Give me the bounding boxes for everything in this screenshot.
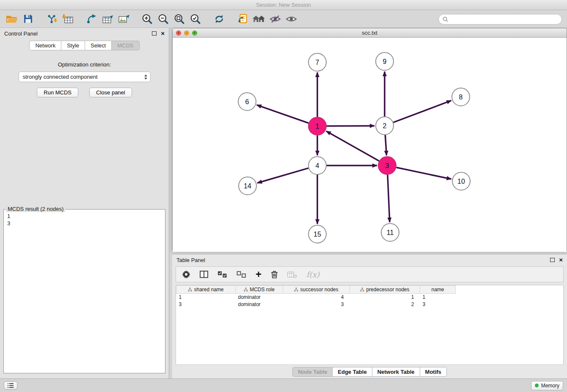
function-builder-button[interactable]: f(x): [306, 270, 319, 279]
export-image-button[interactable]: [116, 12, 131, 26]
graph-edge-1-6[interactable]: [257, 105, 309, 123]
import-table-button[interactable]: [60, 12, 75, 26]
cell-mcds-role[interactable]: dominator: [236, 301, 283, 308]
window-zoom-icon[interactable]: +: [192, 30, 197, 36]
cell-shared-name[interactable]: 1: [176, 294, 236, 301]
graph-edge-4-14[interactable]: [257, 168, 308, 183]
zoom-in-button[interactable]: [140, 12, 155, 26]
table-tabs: Node Table Edge Table Network Table Moti…: [172, 365, 567, 378]
deselect-all-button[interactable]: [237, 271, 246, 278]
control-panel: Control Panel × Network Style Select MCD…: [0, 28, 169, 378]
graph-edge-2-8[interactable]: [394, 100, 451, 122]
status-bar: Memory: [0, 378, 567, 392]
network-home-button[interactable]: [251, 12, 267, 26]
graph-node-15[interactable]: 15: [308, 225, 326, 243]
window-minimize-icon[interactable]: −: [184, 30, 189, 36]
network-window-titlebar[interactable]: × − + scc.txt: [173, 28, 567, 38]
tab-node-table[interactable]: Node Table: [292, 367, 333, 377]
cell-name[interactable]: 3: [420, 301, 456, 308]
graph-node-9[interactable]: 9: [376, 52, 394, 70]
select-all-button[interactable]: [217, 271, 227, 278]
tab-network-table[interactable]: Network Table: [372, 367, 420, 377]
graph-node-11[interactable]: 11: [381, 224, 399, 241]
graph-node-10[interactable]: 10: [452, 172, 470, 190]
tab-style[interactable]: Style: [61, 41, 85, 50]
column-type-icon: [360, 287, 364, 292]
hide-graphics-button[interactable]: [267, 12, 283, 26]
tab-motifs[interactable]: Motifs: [420, 367, 447, 377]
zoom-fit-button[interactable]: [172, 12, 187, 26]
zoom-out-button[interactable]: [156, 12, 171, 26]
column-header-mcds-role[interactable]: MCDS role: [236, 286, 283, 294]
graph-node-4[interactable]: 4: [308, 157, 326, 174]
cell-successor-nodes[interactable]: 3: [283, 301, 350, 308]
tab-mcds[interactable]: MCDS: [111, 41, 139, 50]
graph-edge-3-10[interactable]: [396, 168, 451, 179]
column-type-icon: [294, 287, 298, 292]
eye-slash-icon: [270, 15, 281, 23]
import-network-button[interactable]: [44, 12, 59, 26]
graph-node-8[interactable]: 8: [452, 88, 470, 106]
cell-successor-nodes[interactable]: 4: [283, 294, 350, 301]
window-close-icon[interactable]: ×: [176, 30, 181, 36]
tab-edge-table[interactable]: Edge Table: [332, 367, 372, 377]
save-session-button[interactable]: [20, 12, 36, 26]
open-folder-icon: [6, 14, 18, 24]
add-column-button[interactable]: +: [256, 270, 261, 279]
tab-network[interactable]: Network: [29, 41, 61, 50]
graph-node-label: 9: [383, 58, 387, 65]
table-row[interactable]: 3 dominator 3 2 3: [176, 301, 456, 308]
graph-node-14[interactable]: 14: [239, 177, 256, 195]
float-table-panel-icon[interactable]: [550, 258, 555, 262]
cell-predecessor-nodes[interactable]: 1: [350, 294, 420, 301]
delete-column-button[interactable]: [271, 270, 278, 279]
refresh-button[interactable]: [212, 12, 227, 26]
export-table-button[interactable]: [100, 12, 115, 26]
network-graph[interactable]: 7968124314101511: [173, 38, 564, 251]
delete-table-button[interactable]: [287, 271, 297, 278]
graph-node-2[interactable]: 2: [376, 117, 394, 135]
main-toolbar: [0, 10, 567, 28]
column-header-predecessor-nodes[interactable]: predecessor nodes: [350, 286, 420, 294]
graph-edge-3-11[interactable]: [388, 175, 390, 222]
search-field[interactable]: [438, 14, 562, 25]
search-input[interactable]: [450, 16, 558, 22]
close-panel-button[interactable]: Close panel: [89, 88, 132, 97]
open-session-button[interactable]: [4, 12, 19, 26]
import-style-button[interactable]: [235, 12, 250, 26]
export-network-button[interactable]: [84, 12, 99, 26]
graph-node-7[interactable]: 7: [308, 53, 326, 71]
zoom-selected-button[interactable]: [188, 12, 203, 26]
optimization-criterion-label: Optimization criterion:: [0, 61, 169, 68]
cell-name[interactable]: 1: [420, 294, 456, 301]
mcds-result-list: 1 3: [4, 210, 165, 230]
graph-edge-2-3[interactable]: [385, 135, 386, 155]
network-canvas[interactable]: 7968124314101511: [173, 38, 567, 252]
run-mcds-button[interactable]: Run MCDS: [37, 88, 78, 97]
window-title: Session: New Session: [256, 2, 311, 8]
graph-edge-1-2[interactable]: [327, 126, 374, 126]
graph-node-3[interactable]: 3: [378, 157, 396, 174]
table-settings-button[interactable]: [182, 270, 190, 279]
cell-mcds-role[interactable]: dominator: [236, 294, 283, 301]
close-panel-icon[interactable]: ×: [161, 31, 165, 36]
graph-edge-3-1[interactable]: [326, 131, 379, 161]
column-header-name[interactable]: name: [420, 286, 456, 294]
criterion-dropdown[interactable]: strongly connected component: [19, 72, 151, 82]
float-panel-icon[interactable]: [152, 31, 157, 36]
cell-shared-name[interactable]: 3: [176, 301, 236, 308]
table-row[interactable]: 1 dominator 4 1 1: [176, 294, 456, 301]
column-chooser-button[interactable]: [200, 271, 208, 278]
graph-node-6[interactable]: 6: [238, 93, 256, 110]
mcds-result-item: 1: [7, 213, 162, 220]
tab-select[interactable]: Select: [85, 41, 112, 50]
graph-node-1[interactable]: 1: [308, 117, 326, 135]
eye-icon: [286, 15, 297, 23]
memory-button[interactable]: Memory: [531, 381, 563, 390]
close-table-panel-icon[interactable]: ×: [559, 257, 563, 262]
cell-predecessor-nodes[interactable]: 2: [350, 301, 420, 308]
column-header-successor-nodes[interactable]: successor nodes: [283, 286, 350, 294]
column-header-shared-name[interactable]: shared name: [176, 286, 236, 294]
show-view-button[interactable]: [284, 12, 299, 26]
task-history-button[interactable]: [4, 381, 17, 389]
